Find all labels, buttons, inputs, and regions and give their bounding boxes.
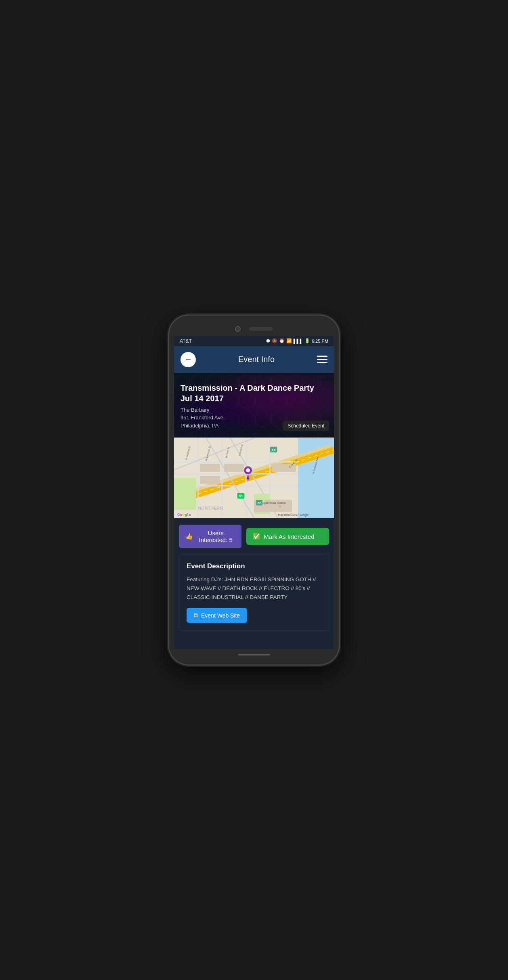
svg-text:95: 95 — [239, 495, 243, 498]
svg-text:e: e — [189, 513, 191, 517]
venue-name: The Barbary — [181, 407, 210, 413]
back-arrow-icon: ← — [185, 355, 192, 364]
battery-icon: 🔋 — [304, 338, 310, 343]
website-button-label: Event Web Site — [201, 612, 240, 619]
hamburger-line-3 — [317, 362, 327, 363]
status-bar: AT&T ⬢ 🔕 ⏰ 📶 ▌▌▌ 🔋 6:25 PM — [174, 336, 334, 346]
map-container[interactable]: SugarHouse Casino ⊕ NORTHERN N Orianna S… — [174, 438, 334, 518]
mark-interested-button[interactable]: ✅ Mark As Interested — [246, 528, 329, 545]
description-title: Event Description — [187, 562, 321, 570]
speaker-grille — [249, 327, 273, 331]
status-icons: ⬢ 🔕 ⏰ 📶 ▌▌▌ 🔋 6:25 PM — [266, 338, 328, 343]
description-body: Featuring DJ's: JHN RDN EBGIII SPINNING … — [187, 575, 321, 601]
external-link-icon: ⧉ — [194, 612, 198, 619]
event-hero: Transmission - A Dark Dance Party Jul 14… — [174, 373, 334, 438]
svg-text:⊕: ⊕ — [279, 506, 281, 508]
event-title-text: Transmission - A Dark Dance Party — [181, 383, 314, 392]
svg-text:23: 23 — [272, 448, 275, 452]
event-title: Transmission - A Dark Dance Party Jul 14… — [181, 383, 327, 404]
svg-text:G: G — [177, 513, 180, 517]
phone-bottom-bar — [174, 649, 334, 657]
alarm-icon: ⏰ — [279, 338, 285, 343]
users-interested-button[interactable]: 👍 Users Interested: 5 — [179, 525, 241, 548]
svg-rect-11 — [200, 464, 220, 472]
phone-screen: AT&T ⬢ 🔕 ⏰ 📶 ▌▌▌ 🔋 6:25 PM ← Event Info — [174, 336, 334, 649]
svg-rect-9 — [174, 478, 196, 510]
back-button[interactable]: ← — [181, 352, 196, 367]
wifi-icon: 📶 — [286, 338, 292, 343]
venue-city: Philadelphia, PA — [181, 423, 218, 429]
website-button[interactable]: ⧉ Event Web Site — [187, 608, 247, 623]
front-camera — [235, 326, 241, 332]
svg-point-32 — [246, 469, 250, 473]
svg-text:g: g — [185, 513, 187, 517]
description-card: Event Description Featuring DJ's: JHN RD… — [179, 555, 329, 630]
carrier-label: AT&T — [180, 338, 192, 344]
page-title: Event Info — [238, 355, 275, 364]
svg-text:l: l — [187, 513, 188, 517]
bottom-spacer — [174, 637, 334, 649]
mark-interested-label: Mark As Interested — [264, 533, 314, 540]
hamburger-line-2 — [317, 359, 327, 360]
svg-text:NORTHERN: NORTHERN — [198, 506, 223, 511]
map-svg: SugarHouse Casino ⊕ NORTHERN N Orianna S… — [174, 438, 334, 518]
thumbs-up-icon: 👍 — [185, 533, 193, 540]
hamburger-line-1 — [317, 356, 327, 357]
venue-address1: 951 Frankford Ave. — [181, 415, 225, 421]
svg-text:SugarHouse Casino: SugarHouse Casino — [261, 502, 286, 505]
phone-frame: AT&T ⬢ 🔕 ⏰ 📶 ▌▌▌ 🔋 6:25 PM ← Event Info — [169, 316, 339, 664]
interested-count-label: Users Interested: 5 — [196, 530, 235, 543]
mute-icon: 🔕 — [272, 338, 277, 343]
menu-button[interactable] — [317, 356, 327, 363]
svg-rect-13 — [224, 464, 244, 472]
svg-text:Map data ©2017 Google: Map data ©2017 Google — [278, 513, 309, 517]
signal-icon: ▌▌▌ — [294, 339, 303, 343]
svg-rect-12 — [200, 476, 220, 484]
svg-text:22: 22 — [257, 502, 261, 505]
bluetooth-icon: ⬢ — [266, 338, 270, 343]
check-circle-icon: ✅ — [253, 533, 260, 540]
app-bar: ← Event Info — [174, 346, 334, 373]
event-date-text: Jul 14 2017 — [181, 394, 224, 403]
home-indicator — [238, 654, 270, 655]
scheduled-badge: Scheduled Event — [283, 421, 329, 431]
action-buttons-row: 👍 Users Interested: 5 ✅ Mark As Interest… — [174, 518, 334, 555]
time-display: 6:25 PM — [312, 339, 328, 343]
